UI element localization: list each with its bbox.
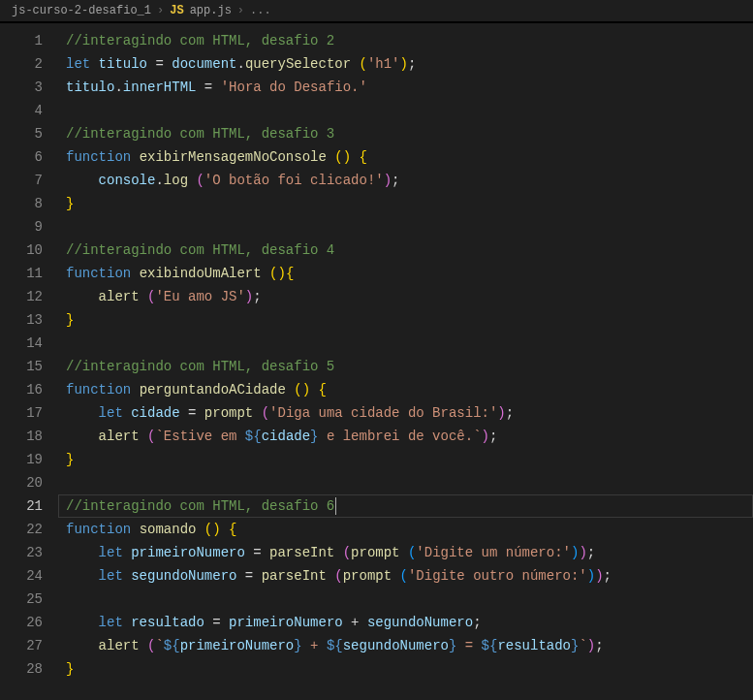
line-number: 17	[8, 401, 43, 425]
code-line[interactable]: //interagindo com HTML, desafio 6	[58, 494, 753, 518]
code-line[interactable]: }	[58, 657, 753, 681]
code-token: +	[343, 615, 367, 630]
code-line[interactable]: let resultado = primeiroNumero + segundo…	[58, 611, 753, 634]
code-token	[221, 522, 229, 537]
code-token: console	[99, 173, 156, 188]
code-token: e lembrei de você.`	[319, 429, 482, 444]
line-number: 21	[8, 494, 43, 518]
code-token: }	[66, 452, 74, 467]
code-token: =	[147, 56, 172, 72]
line-number: 3	[8, 76, 43, 99]
line-number: 5	[8, 122, 43, 145]
code-token: (	[400, 568, 408, 584]
code-token	[334, 545, 342, 560]
code-line[interactable]: //interagindo com HTML, desafio 2	[58, 29, 753, 52]
line-number: 23	[8, 541, 43, 564]
code-token: segundoNumero	[131, 568, 236, 584]
code-line[interactable]	[58, 99, 753, 122]
line-number: 9	[8, 215, 43, 239]
code-token: innerHTML	[123, 80, 197, 95]
code-token: (	[360, 56, 367, 72]
code-token: function	[66, 266, 140, 281]
code-token: (	[334, 568, 342, 584]
code-line[interactable]: let cidade = prompt ('Diga uma cidade do…	[58, 401, 753, 425]
breadcrumb-file[interactable]: app.js	[190, 4, 232, 17]
code-line[interactable]: function somando () {	[58, 518, 753, 541]
code-token: }	[66, 312, 74, 328]
code-line[interactable]	[58, 332, 753, 355]
code-line[interactable]: //interagindo com HTML, desafio 5	[58, 355, 753, 378]
code-token: ${	[482, 638, 498, 653]
line-number: 27	[8, 634, 43, 657]
code-line[interactable]: alert (`Estive em ${cidade} e lembrei de…	[58, 425, 753, 448]
code-token: {	[318, 382, 326, 398]
code-token: 'O botão foi clicado!'	[204, 173, 384, 188]
code-token: querySelector	[245, 56, 351, 72]
code-token: //interagindo com HTML, desafio 6	[66, 498, 334, 514]
line-number: 22	[8, 518, 43, 541]
code-token: `	[579, 638, 586, 653]
line-number: 11	[8, 262, 43, 285]
code-token	[253, 405, 261, 421]
code-token: primeiroNumero	[131, 545, 245, 560]
code-token: )	[482, 429, 489, 444]
indent	[66, 591, 99, 607]
code-line[interactable]	[58, 471, 753, 494]
code-line[interactable]: titulo.innerHTML = 'Hora do Desafio.'	[58, 76, 753, 99]
code-line[interactable]: let segundoNumero = parseInt (prompt ('D…	[58, 564, 753, 588]
code-line[interactable]: function perguntandoACidade () {	[58, 378, 753, 401]
code-line[interactable]: let titulo = document.querySelector ('h1…	[58, 52, 753, 76]
line-number: 2	[8, 52, 43, 76]
code-token: =	[204, 615, 229, 630]
code-line[interactable]: let primeiroNumero = parseInt (prompt ('…	[58, 541, 753, 564]
code-token: )	[400, 56, 408, 72]
line-number: 19	[8, 448, 43, 471]
code-token: )	[212, 522, 220, 537]
code-token: .	[236, 56, 244, 72]
code-token: ;	[253, 289, 261, 304]
code-token: segundoNumero	[367, 615, 473, 630]
code-token: titulo	[66, 80, 114, 95]
code-line[interactable]: function exibindoUmAlert (){	[58, 262, 753, 285]
code-token: )	[343, 149, 351, 165]
line-number: 7	[8, 169, 43, 192]
breadcrumb-folder[interactable]: js-curso-2-desafio_1	[12, 4, 151, 17]
code-line[interactable]	[58, 588, 753, 611]
line-number: 13	[8, 308, 43, 332]
code-token: )	[497, 405, 505, 421]
code-line[interactable]: alert (`${primeiroNumero} + ${segundoNum…	[58, 634, 753, 657]
code-token	[400, 545, 408, 560]
code-token: 'h1'	[367, 56, 400, 72]
code-line[interactable]: }	[58, 308, 753, 332]
code-token: ;	[489, 429, 497, 444]
breadcrumb-symbol[interactable]: ...	[250, 4, 271, 17]
chevron-right-icon: ›	[157, 4, 164, 17]
code-token: alert	[99, 638, 140, 653]
code-token: alert	[99, 429, 140, 444]
code-token: `	[155, 638, 163, 653]
code-line[interactable]: }	[58, 448, 753, 471]
line-number: 16	[8, 378, 43, 401]
line-number: 6	[8, 145, 43, 169]
code-token: (	[343, 545, 351, 560]
code-line[interactable]: }	[58, 192, 753, 215]
code-line[interactable]: //interagindo com HTML, desafio 4	[58, 239, 753, 262]
code-editor[interactable]: 1234567891011121314151617181920212223242…	[0, 23, 753, 700]
code-line[interactable]: function exibirMensagemNoConsole () {	[58, 145, 753, 169]
code-token: primeiroNumero	[229, 615, 343, 630]
code-token: .	[114, 80, 122, 95]
code-token: {	[286, 266, 294, 281]
code-token: 'Eu amo JS'	[155, 289, 244, 304]
code-token: let	[66, 56, 99, 72]
code-line[interactable]: //interagindo com HTML, desafio 3	[58, 122, 753, 145]
code-token: function	[66, 149, 140, 165]
code-area[interactable]: //interagindo com HTML, desafio 2let tit…	[58, 23, 753, 700]
code-line[interactable]	[58, 215, 753, 239]
code-token: ;	[473, 615, 481, 630]
code-line[interactable]: alert ('Eu amo JS');	[58, 285, 753, 308]
code-line[interactable]: console.log ('O botão foi clicado!');	[58, 169, 753, 192]
code-token: parseInt	[262, 568, 327, 584]
breadcrumb[interactable]: js-curso-2-desafio_1 › JS app.js › ...	[0, 0, 753, 23]
code-token: segundoNumero	[343, 638, 449, 653]
code-token: `Estive em	[155, 429, 244, 444]
